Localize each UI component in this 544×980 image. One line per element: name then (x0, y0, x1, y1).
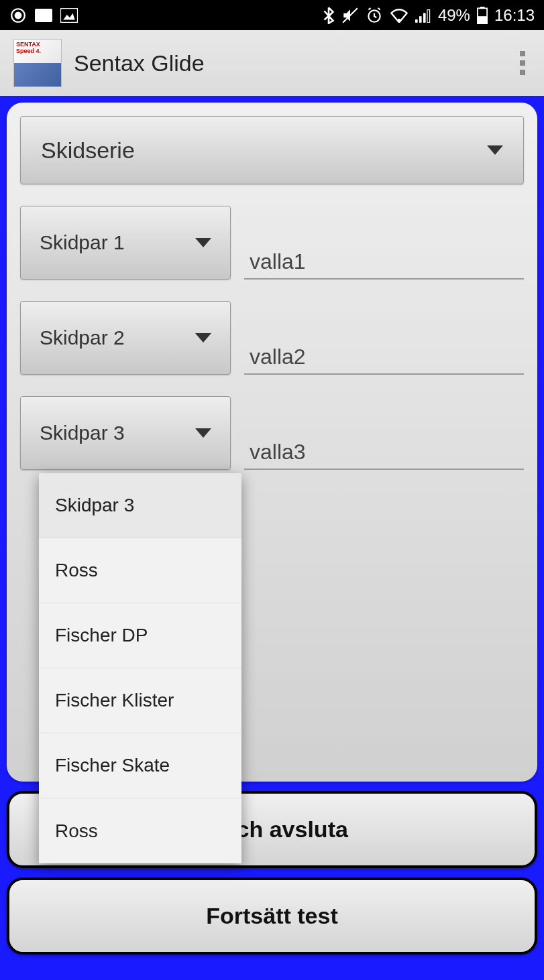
svg-rect-2 (35, 9, 52, 22)
valla-2-input[interactable] (244, 342, 524, 375)
app-title: Sentax Glide (74, 50, 514, 76)
skidpar-3-dropdown-menu: Skidpar 3 Ross Fischer DP Fischer Kliste… (39, 473, 241, 863)
bluetooth-icon (323, 7, 335, 24)
svg-rect-10 (423, 13, 426, 22)
svg-rect-11 (427, 9, 430, 22)
image-icon (60, 8, 78, 23)
dropdown-item-fischer-skate[interactable]: Fischer Skate (39, 733, 241, 798)
skidpar-3-label: Skidpar 3 (40, 422, 125, 444)
skidpar-row-1: Skidpar 1 (20, 206, 524, 280)
sonos-icon (35, 9, 52, 22)
dropdown-item-ross-2[interactable]: Ross (39, 798, 241, 863)
series-spinner[interactable]: Skidserie (20, 116, 524, 184)
svg-rect-3 (60, 8, 78, 23)
skidpar-2-spinner[interactable]: Skidpar 2 (20, 301, 231, 375)
skidpar-3-spinner[interactable]: Skidpar 3 (20, 396, 231, 470)
skidpar-1-spinner[interactable]: Skidpar 1 (20, 206, 231, 280)
svg-rect-14 (480, 7, 484, 8)
svg-point-7 (398, 18, 401, 21)
battery-percent: 49% (438, 6, 470, 25)
app-icon (13, 39, 62, 87)
continue-button[interactable]: Fortsätt test (7, 877, 537, 955)
dropdown-item-skidpar3[interactable]: Skidpar 3 (39, 473, 241, 538)
clock-time: 16:13 (494, 6, 535, 25)
svg-marker-4 (63, 13, 74, 19)
svg-point-1 (15, 12, 21, 18)
dropdown-item-ross[interactable]: Ross (39, 538, 241, 603)
skidpar-2-label: Skidpar 2 (40, 326, 125, 349)
skidpar-row-2: Skidpar 2 (20, 301, 524, 375)
status-left (9, 7, 78, 24)
chevron-down-icon (487, 145, 503, 155)
wifi-icon (390, 8, 409, 23)
mute-icon (341, 7, 359, 24)
overflow-menu-button[interactable] (514, 46, 531, 80)
svg-rect-8 (415, 19, 418, 23)
dropdown-item-fischer-dp[interactable]: Fischer DP (39, 603, 241, 668)
skidpar-1-label: Skidpar 1 (40, 231, 125, 254)
dropdown-item-fischer-klister[interactable]: Fischer Klister (39, 668, 241, 733)
chevron-down-icon (195, 333, 211, 343)
svg-rect-9 (419, 16, 422, 23)
series-spinner-label: Skidserie (41, 137, 135, 164)
valla-1-input[interactable] (244, 247, 524, 280)
valla-3-input[interactable] (244, 437, 524, 470)
status-right: 49% 16:13 (323, 6, 535, 25)
svg-rect-13 (478, 16, 487, 24)
status-bar: 49% 16:13 (0, 0, 544, 30)
chevron-down-icon (195, 238, 211, 247)
battery-icon (477, 7, 488, 24)
continue-label: Fortsätt test (206, 903, 337, 929)
power-icon (9, 7, 27, 24)
signal-icon (415, 8, 431, 23)
alarm-icon (366, 7, 383, 24)
app-bar: Sentax Glide (0, 30, 544, 96)
skidpar-row-3: Skidpar 3 (20, 396, 524, 470)
chevron-down-icon (195, 428, 211, 438)
